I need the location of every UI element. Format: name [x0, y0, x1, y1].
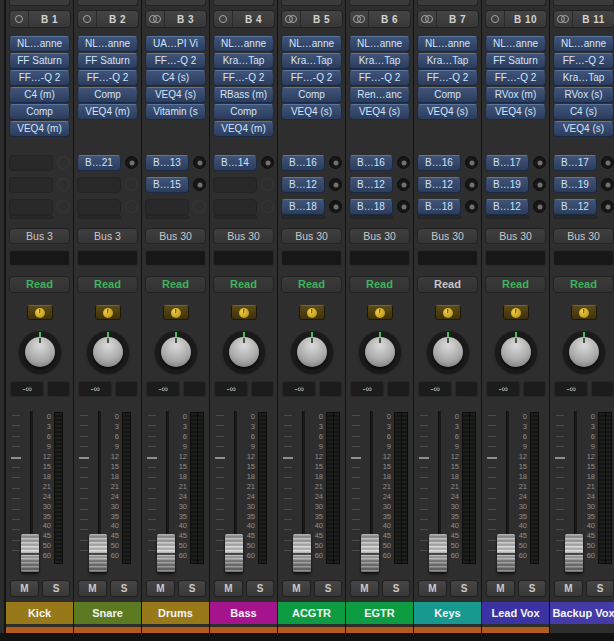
input-format-button[interactable]: B 10: [485, 10, 547, 28]
plugin-slot-button[interactable]: Kra…Tap: [213, 53, 274, 69]
plugin-slot-button[interactable]: RBass (m): [213, 87, 274, 103]
plugin-slot-button[interactable]: FF…-Q 2: [145, 53, 206, 69]
mute-button[interactable]: M: [214, 580, 243, 597]
send-level-knob[interactable]: [397, 200, 410, 213]
mute-button[interactable]: M: [78, 580, 107, 597]
plugin-slot-button[interactable]: Kra…Tap: [349, 53, 410, 69]
send-slot-button[interactable]: B…16: [417, 155, 461, 171]
plugin-slot-button[interactable]: Comp: [281, 87, 342, 103]
solo-button[interactable]: S: [382, 580, 410, 597]
send-level-knob[interactable]: [601, 156, 614, 169]
group-slot[interactable]: [485, 250, 546, 266]
automation-mode-button[interactable]: Read: [553, 276, 614, 293]
send-level-knob[interactable]: [465, 178, 478, 191]
track-name-tab[interactable]: Keys: [414, 602, 481, 624]
plugin-slot-button[interactable]: NL…anne: [77, 36, 138, 52]
send-level-knob[interactable]: [533, 156, 546, 169]
automation-mode-button[interactable]: Read: [281, 276, 342, 293]
send-slot-button[interactable]: B…19: [553, 177, 597, 193]
plugin-slot-button[interactable]: Comp: [9, 104, 70, 120]
plugin-slot-button[interactable]: VEQ4 (s): [553, 121, 614, 137]
send-slot-empty[interactable]: [213, 177, 257, 193]
plugin-slot-button[interactable]: NL…anne: [485, 36, 546, 52]
group-slot[interactable]: [349, 250, 410, 266]
track-name-tab[interactable]: Kick: [6, 602, 73, 624]
plugin-slot-button[interactable]: RVox (s): [553, 87, 614, 103]
send-level-knob[interactable]: [601, 178, 614, 191]
input-format-button[interactable]: B 6: [349, 10, 411, 28]
mute-button[interactable]: M: [282, 580, 311, 597]
pan-knob[interactable]: [427, 331, 469, 373]
mute-button[interactable]: M: [350, 580, 379, 597]
sends-overflow-bar[interactable]: [485, 215, 529, 219]
automation-mode-button[interactable]: Read: [349, 276, 410, 293]
send-slot-button[interactable]: B…19: [485, 177, 529, 193]
send-slot-empty[interactable]: [77, 177, 121, 193]
volume-db-display[interactable]: -∞: [350, 381, 384, 397]
plugin-slot-button[interactable]: FF…-Q 2: [349, 70, 410, 86]
track-name-tab[interactable]: EGTR: [346, 602, 413, 624]
pan-knob[interactable]: [563, 331, 605, 373]
pan-knob-cap[interactable]: [93, 337, 123, 367]
track-name-tab[interactable]: Drums: [142, 602, 209, 624]
plugin-slot-button[interactable]: VEQ4 (s): [349, 104, 410, 120]
pan-knob-cap[interactable]: [229, 337, 259, 367]
peak-level-display[interactable]: [387, 381, 410, 397]
send-slot-button[interactable]: B…12: [553, 199, 597, 215]
plugin-slot-button[interactable]: FF Saturn: [485, 53, 546, 69]
volume-fader[interactable]: [21, 534, 39, 572]
send-slot-empty[interactable]: [9, 177, 53, 193]
pan-knob[interactable]: [19, 331, 61, 373]
sends-overflow-bar[interactable]: [281, 215, 325, 219]
pan-knob[interactable]: [495, 331, 537, 373]
send-level-knob[interactable]: [465, 156, 478, 169]
plugin-slot-button[interactable]: FF…-Q 2: [485, 70, 546, 86]
pan-knob[interactable]: [155, 331, 197, 373]
plugin-slot-button[interactable]: FF…-Q 2: [77, 70, 138, 86]
send-slot-empty[interactable]: [145, 199, 189, 215]
output-bus-button[interactable]: Bus 3: [9, 228, 70, 244]
solo-button[interactable]: S: [586, 580, 614, 597]
volume-db-display[interactable]: -∞: [554, 381, 588, 397]
output-bus-button[interactable]: Bus 30: [417, 228, 478, 244]
mute-button[interactable]: M: [554, 580, 583, 597]
volume-db-display[interactable]: -∞: [282, 381, 316, 397]
track-name-tab[interactable]: Snare: [74, 602, 141, 624]
plugin-slot-button[interactable]: FF…-Q 2: [553, 53, 614, 69]
send-slot-empty[interactable]: [213, 199, 257, 215]
volume-db-display[interactable]: -∞: [214, 381, 248, 397]
pan-knob-cap[interactable]: [25, 337, 55, 367]
plugin-slot-button[interactable]: RVox (m): [485, 87, 546, 103]
plugin-slot-button[interactable]: FF…-Q 2: [213, 70, 274, 86]
volume-fader[interactable]: [293, 534, 311, 572]
pan-knob-cap[interactable]: [297, 337, 327, 367]
send-level-knob[interactable]: [601, 200, 614, 213]
send-level-knob[interactable]: [397, 156, 410, 169]
solo-button[interactable]: S: [246, 580, 274, 597]
plugin-slot-button[interactable]: VEQ4 (s): [281, 104, 342, 120]
pan-knob[interactable]: [359, 331, 401, 373]
plugin-slot-button[interactable]: NL…anne: [213, 36, 274, 52]
plugin-slot-button[interactable]: C4 (s): [145, 70, 206, 86]
channel-format[interactable]: [350, 11, 369, 27]
pan-knob-cap[interactable]: [433, 337, 463, 367]
send-slot-button[interactable]: B…12: [349, 177, 393, 193]
solo-button[interactable]: S: [42, 580, 70, 597]
send-level-knob[interactable]: [397, 178, 410, 191]
pan-knob-cap[interactable]: [365, 337, 395, 367]
send-slot-button[interactable]: B…16: [349, 155, 393, 171]
output-bus-button[interactable]: Bus 30: [281, 228, 342, 244]
sends-overflow-bar[interactable]: [213, 215, 257, 219]
volume-fader[interactable]: [225, 534, 243, 572]
send-slot-button[interactable]: B…18: [417, 199, 461, 215]
send-level-knob[interactable]: [261, 156, 274, 169]
send-slot-button[interactable]: B…17: [485, 155, 529, 171]
plugin-slot-button[interactable]: FF…-Q 2: [281, 70, 342, 86]
plugin-slot-button[interactable]: Kra…Tap: [417, 53, 478, 69]
plugin-slot-button[interactable]: Comp: [77, 87, 138, 103]
input-format-button[interactable]: B 2: [77, 10, 139, 28]
plugin-slot-button[interactable]: FF Saturn: [9, 53, 70, 69]
volume-fader[interactable]: [565, 534, 583, 572]
send-slot-button[interactable]: B…16: [281, 155, 325, 171]
send-slot-button[interactable]: B…21: [77, 155, 121, 171]
